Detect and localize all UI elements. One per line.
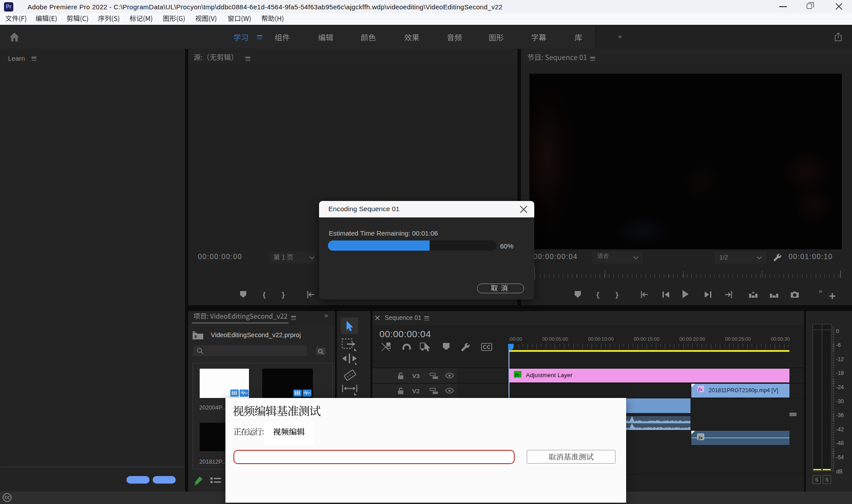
- svg-text:fx: fx: [698, 386, 703, 392]
- svg-text:fx: fx: [698, 435, 703, 440]
- svg-text:fx: fx: [515, 372, 520, 377]
